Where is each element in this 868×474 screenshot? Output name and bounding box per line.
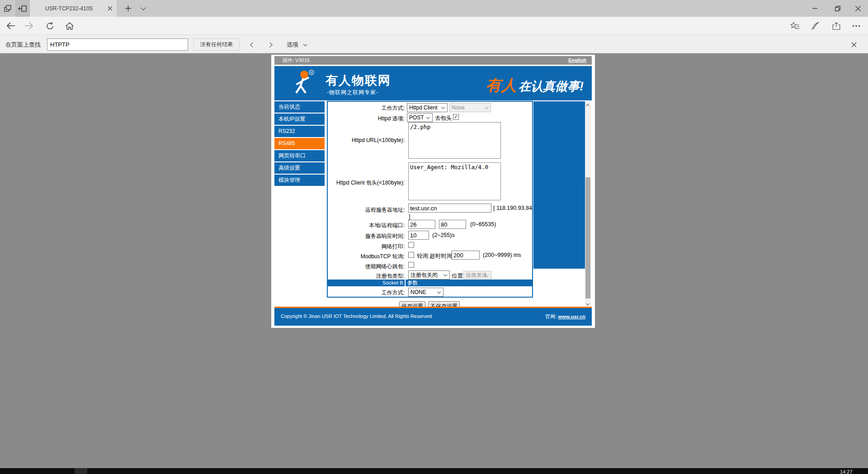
page-header-banner: R 有人物联网 -物联网之联网专家- 有人 在认真做事! xyxy=(274,66,592,100)
regpkt-position-label: 位置 xyxy=(452,272,463,280)
response-time-input[interactable] xyxy=(408,231,429,240)
browser-tab[interactable]: USR-TCP232-410S xyxy=(30,0,117,17)
window-close-button[interactable] xyxy=(848,0,868,17)
save-button[interactable]: 保存设置 xyxy=(399,301,425,307)
find-options[interactable]: 选项 xyxy=(287,41,307,49)
brand-name: 有人物联网 xyxy=(326,72,391,89)
tab-title: USR-TCP232-410S xyxy=(30,5,103,12)
svg-text:R: R xyxy=(310,71,312,74)
ports-label: 本地/远程端口: xyxy=(328,222,405,229)
regpkt-label: 注册包类型: xyxy=(328,272,405,280)
site-label: 官网: xyxy=(545,314,557,319)
socketb-work-mode-label: 工作方式: xyxy=(328,289,405,297)
strip-header-label: 去包头 xyxy=(435,114,452,122)
modbus-range-hint: (200~9999) ms xyxy=(483,252,521,258)
slogan-rest: 在认真做事! xyxy=(519,80,584,93)
tab-bar: USR-TCP232-410S xyxy=(0,0,868,17)
work-mode-label: 工作方式: xyxy=(328,104,405,112)
taskbar-app-fragment xyxy=(75,468,87,474)
socketb-title-right: 参数 xyxy=(406,280,532,286)
more-options-icon[interactable] xyxy=(848,19,864,32)
heartbeat-label: 使能网络心跳包: xyxy=(328,263,405,270)
heartbeat-checkbox[interactable] xyxy=(408,262,414,268)
scroll-down-icon[interactable] xyxy=(586,302,590,305)
forward-icon[interactable] xyxy=(22,19,36,32)
page-top-strip: 固件: V3015 English xyxy=(274,56,592,65)
strip-header-checkbox[interactable] xyxy=(453,114,459,120)
httpd-method-select[interactable]: POST xyxy=(407,113,433,122)
discard-button[interactable]: 不保存设置 xyxy=(428,301,460,307)
httpd-option-label: Httpd 选项: xyxy=(328,115,405,123)
hub-favorites-icon[interactable] xyxy=(787,19,803,32)
buttons-clip-region: 保存设置 不保存设置 xyxy=(327,298,533,307)
page-footer: Copyright © Jinan USR IOT Technology Lim… xyxy=(274,307,592,326)
tab-close-icon[interactable] xyxy=(103,0,117,17)
httpd-header-textarea[interactable]: User_Agent: Mozilla/4.0 xyxy=(408,162,501,200)
modbus-timeout-input[interactable] xyxy=(452,251,480,260)
remote-port-input[interactable] xyxy=(439,220,466,229)
resolved-ip-text: [ 118.190.93.84 xyxy=(493,205,532,211)
resolved-ip-bracket: ] xyxy=(409,213,410,220)
modbus-label: ModbusTCP 轮询: xyxy=(328,253,405,261)
regpkt-select[interactable]: 注册包关闭 xyxy=(408,270,450,280)
sidebar-item-module-mgmt[interactable]: 模块管理 xyxy=(274,175,325,186)
remote-server-input[interactable] xyxy=(408,204,491,213)
slogan-highlight: 有人 xyxy=(486,76,517,94)
scroll-up-icon[interactable] xyxy=(586,103,590,106)
modbus-checkbox[interactable] xyxy=(408,252,414,258)
httpd-url-textarea[interactable]: /2.php xyxy=(408,122,501,159)
home-icon[interactable] xyxy=(62,19,77,32)
sidebar-item-current-status[interactable]: 当前状态 xyxy=(274,101,325,113)
work-mode-select[interactable]: Httpd Client xyxy=(407,103,448,112)
find-result-count: 没有任何结果 xyxy=(193,38,240,51)
set-aside-tabs-icon[interactable] xyxy=(15,0,30,17)
screen: USR-TCP232-410S xyxy=(0,0,868,474)
back-icon[interactable] xyxy=(4,19,18,32)
refresh-icon[interactable] xyxy=(42,19,57,32)
brand-slogan: 有人 在认真做事! xyxy=(486,75,584,96)
local-port-input[interactable] xyxy=(408,220,435,229)
sidebar-item-advanced[interactable]: 高级设置 xyxy=(274,162,325,174)
socketb-title-left: Socket B xyxy=(328,280,405,286)
content-scrollbar[interactable] xyxy=(585,101,591,307)
english-link[interactable]: English xyxy=(568,56,586,65)
site-link-group: 官网: www.usr.cn xyxy=(545,313,585,320)
new-tab-button[interactable] xyxy=(120,0,136,17)
sidebar-item-rs485[interactable]: RS485 xyxy=(274,138,325,149)
usr-logo: R xyxy=(293,69,322,99)
net-print-checkbox[interactable] xyxy=(408,242,414,248)
firmware-version: 固件: V3015 xyxy=(283,56,310,65)
sidebar-item-rs232[interactable]: RS232 xyxy=(274,126,325,137)
annotate-pen-icon[interactable] xyxy=(807,19,823,32)
taskbar-sliver: 14:27 xyxy=(0,468,868,474)
find-next-icon[interactable] xyxy=(263,38,278,51)
taskbar-clock: 14:27 xyxy=(840,469,853,474)
window-restore-button[interactable] xyxy=(827,0,848,17)
find-previous-icon[interactable] xyxy=(244,38,259,51)
sidebar-item-web-to-serial[interactable]: 网页转串口 xyxy=(274,150,325,161)
httpd-url-label: Httpd URL(<100byte): xyxy=(328,137,405,143)
find-input[interactable] xyxy=(47,38,188,51)
response-time-range-hint: (2~255)s xyxy=(432,232,455,238)
socketb-work-mode-select[interactable]: NONE xyxy=(408,288,443,297)
find-close-icon[interactable] xyxy=(846,38,862,51)
official-site-link[interactable]: www.usr.cn xyxy=(558,314,585,319)
right-filler-panel xyxy=(533,101,585,269)
browser-toolbar: 172.16.11.63/indexcn.shtml xyxy=(0,17,868,34)
sidebar-item-local-ip[interactable]: 本机IP设置 xyxy=(274,114,325,125)
find-label: 在页面上查找 xyxy=(5,41,41,49)
share-icon[interactable] xyxy=(828,19,844,32)
net-print-label: 网络打印: xyxy=(328,243,405,251)
ports-range-hint: (0~65535) xyxy=(470,221,496,228)
brand-tagline: -物联网之联网专家- xyxy=(327,89,378,96)
socketb-section-header: Socket B 参数 xyxy=(328,280,532,286)
find-bar: 在页面上查找 没有任何结果 选项 xyxy=(0,34,868,53)
find-options-label: 选项 xyxy=(287,41,298,48)
tab-preview-icon[interactable] xyxy=(1,0,14,17)
work-mode-secondary-select[interactable]: None xyxy=(449,103,491,112)
scrollbar-thumb[interactable] xyxy=(585,177,590,299)
tab-list-chevron-icon[interactable] xyxy=(136,0,151,17)
regpkt-position-select[interactable]: 连接发送 xyxy=(463,271,491,279)
httpd-header-label: Httpd Client 包头(<180byte): xyxy=(328,179,405,187)
window-minimize-button[interactable] xyxy=(805,0,825,17)
